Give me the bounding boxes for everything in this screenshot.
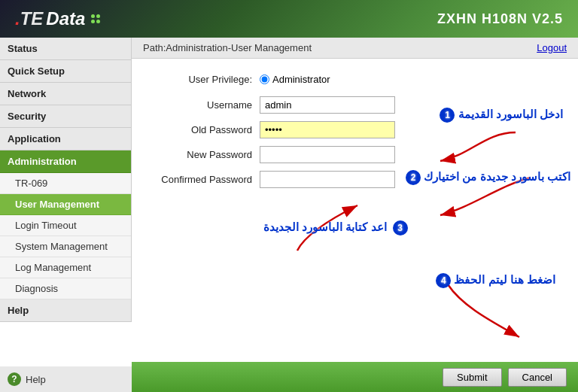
username-input[interactable] — [260, 96, 395, 114]
logout-link[interactable]: Logout — [537, 42, 567, 53]
sidebar-item-application[interactable]: Application — [0, 128, 131, 150]
new-password-label: New Password — [154, 149, 260, 160]
logo-decorative-dots — [91, 14, 100, 23]
sidebar-item-user-management[interactable]: User Management — [0, 194, 131, 215]
privilege-label: User Privilege: — [154, 74, 260, 85]
confirmed-password-input[interactable] — [260, 171, 395, 188]
path-text: Path:Administration-User Management — [143, 42, 312, 53]
new-password-input[interactable] — [260, 146, 395, 163]
confirmed-password-row: Confirmed Password — [154, 171, 555, 188]
cancel-button[interactable]: Cancel — [508, 368, 567, 387]
help-label: Help — [26, 374, 46, 385]
sidebar-item-security[interactable]: Security — [0, 105, 131, 128]
help-icon: ? — [8, 372, 21, 386]
header-title: ZXHN H108N V2.5 — [437, 11, 563, 27]
sidebar-item-log-management[interactable]: Log Management — [0, 257, 131, 278]
logo-data: Data — [46, 8, 85, 29]
new-password-row: New Password — [154, 146, 555, 163]
privilege-row: User Privilege: Administrator — [154, 74, 555, 85]
sidebar-item-status[interactable]: Status — [0, 38, 131, 60]
sidebar-item-system-management[interactable]: System Management — [0, 236, 131, 257]
submit-button[interactable]: Submit — [443, 368, 501, 387]
logo: .TE Data — [15, 8, 100, 29]
header: .TE Data ZXHN H108N V2.5 — [0, 0, 578, 38]
privilege-radio[interactable] — [260, 74, 269, 84]
confirmed-password-label: Confirmed Password — [154, 174, 260, 185]
sidebar-item-tr069[interactable]: TR-069 — [0, 173, 131, 194]
privilege-radio-option: Administrator — [260, 74, 330, 85]
old-password-label: Old Password — [154, 124, 260, 135]
annotation4: اضغط هنا ليتم الحفظ 4 — [433, 273, 555, 288]
sidebar-help-bottom[interactable]: ? Help — [0, 366, 132, 392]
sidebar-item-administration[interactable]: Administration — [0, 150, 131, 173]
old-password-row: Old Password — [154, 121, 555, 138]
content-area: User Privilege: Administrator Username O… — [132, 59, 578, 362]
main-content: Path:Administration-User Management Logo… — [132, 38, 578, 392]
sidebar-item-quick-setup[interactable]: Quick Setup — [0, 60, 131, 83]
username-row: Username — [154, 96, 555, 114]
sidebar-item-help[interactable]: Help — [0, 299, 131, 322]
arrow3-svg — [282, 198, 380, 258]
annotation3: 3 اعد كتابة الباسورد الجديدة — [263, 220, 408, 236]
username-label: Username — [154, 99, 260, 111]
sidebar-item-login-timeout[interactable]: Login Timeout — [0, 215, 131, 236]
sidebar-item-network[interactable]: Network — [0, 83, 131, 105]
main-layout: Status Quick Setup Network Security Appl… — [0, 38, 578, 392]
privilege-value: Administrator — [272, 74, 330, 85]
sidebar: Status Quick Setup Network Security Appl… — [0, 38, 132, 392]
path-bar: Path:Administration-User Management Logo… — [132, 38, 578, 59]
sidebar-item-diagnosis[interactable]: Diagnosis — [0, 278, 131, 299]
arrow4-svg — [388, 277, 538, 345]
logo-te: .TE — [15, 8, 43, 29]
old-password-input[interactable] — [260, 121, 395, 138]
bottom-bar: Submit Cancel — [132, 362, 578, 392]
